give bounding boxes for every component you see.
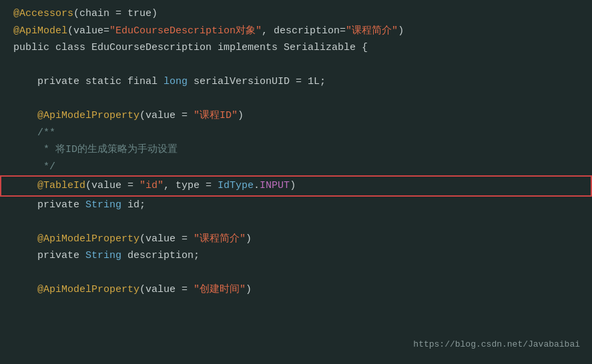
code-line-6 [0,91,592,108]
code-line-11-highlighted: @TableId(value = "id", type = IdType.INP… [0,175,592,197]
code-line-1: @Accessors(chain = true) [0,5,592,23]
code-line-13 [0,213,592,231]
code-line-10: */ [0,159,592,176]
code-line-17: @ApiModelProperty(value = "创建时间") [0,281,592,299]
code-line-3: public class EduCourseDescription implem… [0,39,592,57]
code-line-8: /** [0,125,592,142]
code-line-16 [0,265,592,282]
code-line-7: @ApiModelProperty(value = "课程ID") [0,107,592,125]
code-editor: @Accessors(chain = true) @ApiModel(value… [0,0,592,364]
code-line-14: @ApiModelProperty(value = "课程简介") [0,231,592,248]
code-line-9: * 将ID的生成策略为手动设置 [0,141,592,159]
code-line-2: @ApiModel(value="EduCourseDescription对象"… [0,23,592,40]
code-line-12: private String id; [0,197,592,214]
code-line-5: private static final long serialVersionU… [0,73,592,91]
code-line-15: private String description; [0,247,592,265]
code-line-4 [0,57,592,74]
annotation: @Accessors [13,8,73,19]
watermark: https://blog.csdn.net/Javabaibai [413,337,580,352]
